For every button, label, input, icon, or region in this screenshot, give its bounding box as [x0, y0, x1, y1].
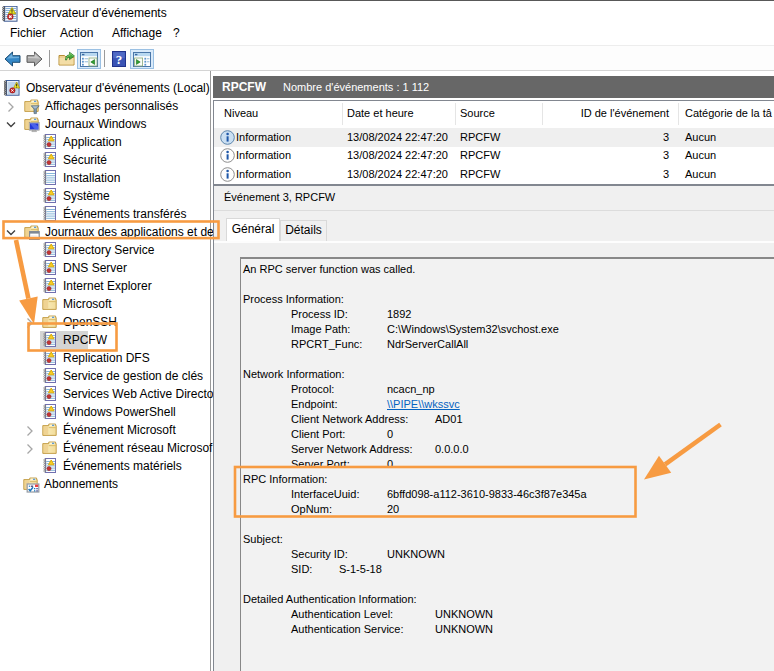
svg-text:?: ?	[116, 52, 123, 67]
